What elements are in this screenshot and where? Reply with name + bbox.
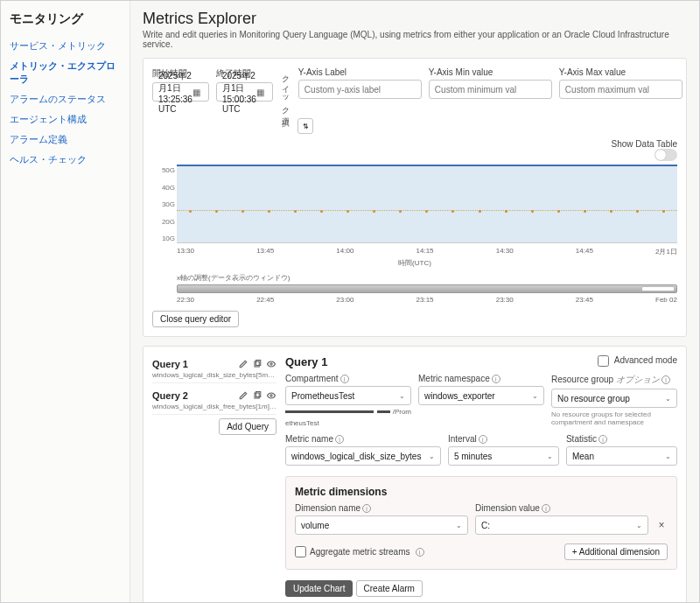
metric-name-select[interactable]: windows_logical_disk_size_bytes ⌄: [285, 446, 441, 466]
chart-panel: 開始時間 2025年2月1日 13:25:36 UTC ▦ 終了時間 2025年…: [143, 58, 687, 337]
chevron-updown-icon: ⌄: [532, 392, 538, 400]
info-icon[interactable]: i: [416, 548, 424, 557]
copy-icon[interactable]: [252, 390, 262, 401]
x-axis-label: 時間(UTC): [152, 258, 677, 268]
info-icon[interactable]: i: [340, 375, 349, 383]
resource-group-select[interactable]: No resource group ⌄: [551, 389, 677, 408]
info-icon[interactable]: i: [542, 504, 550, 513]
interval-select[interactable]: 5 minutes ⌄: [448, 446, 559, 466]
edit-icon[interactable]: [238, 390, 248, 401]
chevron-updown-icon: ⌄: [665, 395, 671, 403]
svg-point-2: [270, 363, 272, 365]
query-form: Advanced mode Query 1 Compartmenti Prome…: [285, 355, 677, 597]
sidebar-title: モニタリング: [10, 11, 121, 27]
sidebar-item-service-metric[interactable]: サービス・メトリック: [10, 36, 121, 56]
start-time-input[interactable]: 2025年2月1日 13:25:36 UTC ▦: [152, 82, 209, 102]
eye-icon[interactable]: [266, 359, 276, 369]
calendar-icon: ▦: [192, 88, 203, 97]
scrub-caption: x軸の調整(データ表示のウィンドウ): [177, 273, 677, 283]
svg-rect-1: [256, 361, 261, 366]
add-dimension-button[interactable]: + Additional dimension: [564, 543, 668, 560]
remove-dimension-button[interactable]: ×: [655, 519, 668, 535]
page-subtitle: Write and edit queries in Monitoring Que…: [143, 30, 687, 49]
close-query-editor-button[interactable]: Close query editor: [152, 311, 239, 327]
show-data-table-toggle[interactable]: [654, 149, 677, 161]
info-icon[interactable]: i: [479, 435, 487, 444]
y-axis-ticks: 50G 40G 30G 20G 10G: [152, 166, 175, 242]
info-icon[interactable]: i: [598, 435, 607, 444]
info-icon[interactable]: i: [335, 435, 344, 444]
metric-dimensions-box: Metric dimensions Dimension namei volume…: [285, 476, 677, 570]
end-time-input[interactable]: 2025年2月1日 15:00:36 UTC ▦: [216, 82, 273, 102]
quick-select-label: クイック選択: [280, 69, 291, 115]
chevron-updown-icon: ⌄: [399, 392, 405, 400]
query-list-item[interactable]: Query 2 windows_logical_disk_free_bytes[…: [152, 387, 276, 415]
yaxis-min-label: Y-Axis Min value: [429, 67, 552, 77]
chevron-updown-icon: ⇅: [303, 123, 309, 130]
main-content: Metrics Explorer Write and edit queries …: [130, 1, 699, 602]
chevron-updown-icon: ⌄: [665, 452, 671, 460]
advanced-mode-toggle[interactable]: Advanced mode: [598, 355, 677, 367]
sidebar: モニタリング サービス・メトリック メトリック・エクスプローラ アラームのステー…: [1, 1, 130, 602]
sidebar-item-health-check[interactable]: ヘルス・チェック: [10, 150, 121, 170]
dimension-name-select[interactable]: volume ⌄: [295, 515, 468, 535]
yaxis-max-label: Y-Axis Max value: [559, 67, 682, 77]
page-title: Metrics Explorer: [143, 10, 687, 28]
advanced-mode-checkbox[interactable]: [598, 355, 609, 367]
yaxis-label-label: Y-Axis Label: [298, 67, 422, 77]
svg-rect-3: [255, 393, 259, 398]
compartment-breadcrumb: /Prom: [285, 409, 411, 416]
update-chart-button[interactable]: Update Chart: [285, 580, 353, 597]
yaxis-max-input[interactable]: [559, 80, 682, 99]
namespace-select[interactable]: windows_exporter ⌄: [418, 386, 544, 405]
sidebar-item-agent-config[interactable]: エージェント構成: [10, 109, 121, 130]
compartment-select[interactable]: PrometheusTest ⌄: [285, 386, 411, 405]
resource-group-note: No resource groups for selected compartm…: [551, 410, 677, 426]
create-alarm-button[interactable]: Create Alarm: [356, 580, 423, 597]
svg-rect-0: [255, 361, 259, 367]
eye-icon[interactable]: [266, 390, 276, 401]
sidebar-item-alarm-status[interactable]: アラームのステータス: [10, 89, 121, 109]
yaxis-min-input[interactable]: [429, 80, 552, 99]
sidebar-item-alarm-def[interactable]: アラーム定義: [10, 130, 121, 150]
time-scrubber[interactable]: [177, 284, 677, 293]
chevron-updown-icon: ⌄: [456, 522, 462, 529]
query-list-item[interactable]: Query 1 windows_logical_disk_size_bytes[…: [152, 355, 276, 383]
svg-rect-4: [256, 392, 261, 397]
aggregate-checkbox-label[interactable]: Aggregate metric streams i: [295, 546, 424, 557]
aggregate-checkbox[interactable]: [295, 546, 306, 557]
info-icon[interactable]: i: [362, 504, 371, 513]
dimension-value-select[interactable]: C: ⌄: [475, 515, 648, 535]
edit-icon[interactable]: [238, 359, 248, 369]
quick-select-dropdown[interactable]: ⇅: [298, 118, 313, 134]
info-icon[interactable]: i: [662, 375, 670, 384]
query-editor-panel: Query 1 windows_logical_disk_size_bytes[…: [143, 346, 687, 602]
metrics-chart[interactable]: 50G 40G 30G 20G 10G: [177, 165, 677, 243]
show-data-table-label: Show Data Table: [612, 139, 677, 149]
query-list: Query 1 windows_logical_disk_size_bytes[…: [152, 355, 276, 597]
dimensions-heading: Metric dimensions: [295, 486, 668, 498]
chevron-updown-icon: ⌄: [429, 452, 435, 460]
add-query-button[interactable]: Add Query: [219, 418, 276, 435]
chevron-updown-icon: ⌄: [547, 452, 553, 460]
scrub-ticks: 22:30 22:45 23:00 23:15 23:30 23:45 Feb …: [177, 296, 677, 304]
statistic-select[interactable]: Mean ⌄: [566, 446, 677, 466]
x-axis-ticks: 13:30 13:45 14:00 14:15 14:30 14:45 2月1日: [177, 247, 677, 256]
yaxis-label-input[interactable]: [298, 80, 422, 99]
sidebar-item-metric-explorer[interactable]: メトリック・エクスプローラ: [10, 56, 121, 89]
info-icon[interactable]: i: [492, 375, 500, 383]
copy-icon[interactable]: [252, 359, 262, 369]
chevron-updown-icon: ⌄: [636, 522, 642, 529]
calendar-icon: ▦: [256, 88, 267, 97]
svg-point-5: [270, 395, 272, 396]
